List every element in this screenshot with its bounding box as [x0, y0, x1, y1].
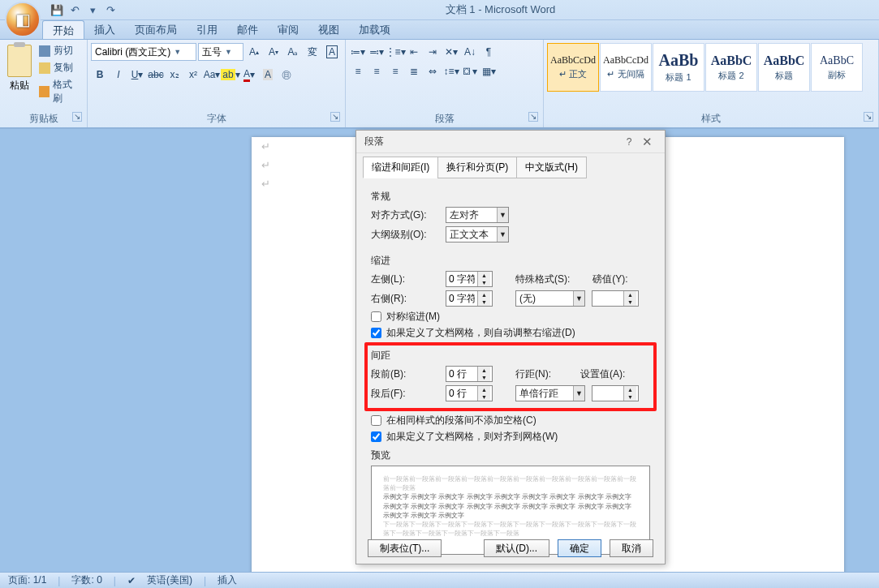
strike-button[interactable]: abc — [147, 66, 165, 84]
numbering-button[interactable]: ≕▾ — [368, 43, 386, 61]
ok-button[interactable]: 确定 — [558, 539, 601, 557]
tab-references[interactable]: 引用 — [187, 20, 227, 39]
spin-up-icon[interactable]: ▲ — [478, 386, 490, 393]
status-spellcheck-icon[interactable]: ✔ — [127, 575, 136, 586]
dlg-tab-indent[interactable]: 缩进和间距(I) — [363, 157, 438, 178]
font-color-button[interactable]: A▾ — [240, 66, 258, 84]
spin-down-icon[interactable]: ▼ — [478, 374, 490, 381]
style-gallery[interactable]: AaBbCcDd↵ 正文 AaBbCcDd↵ 无间隔 AaBb标题 1 AaBb… — [547, 43, 863, 92]
spin-up-icon[interactable]: ▲ — [478, 291, 490, 298]
before-input[interactable] — [446, 367, 477, 381]
style-no-spacing[interactable]: AaBbCcDd↵ 无间隔 — [600, 43, 652, 92]
align-center-button[interactable]: ≡ — [368, 62, 386, 80]
subscript-button[interactable]: x₂ — [166, 66, 183, 84]
clipboard-launcher-icon[interactable]: ↘ — [72, 112, 82, 122]
distribute-button[interactable]: ⇔ — [424, 62, 442, 80]
spin-up-icon[interactable]: ▲ — [624, 386, 636, 393]
undo-icon[interactable]: ↶ — [68, 3, 81, 16]
underline-button[interactable]: U▾ — [128, 66, 146, 84]
status-lang[interactable]: 英语(美国) — [147, 573, 192, 587]
indent-left-spin[interactable]: ▲▼ — [446, 271, 493, 287]
shrink-font-button[interactable]: A▾ — [265, 43, 282, 61]
decrease-indent-button[interactable]: ⇤ — [405, 43, 423, 61]
tab-review[interactable]: 审阅 — [268, 20, 308, 39]
sort-button[interactable]: A↓ — [461, 43, 479, 61]
borders-button[interactable]: ▦▾ — [480, 62, 498, 80]
status-page[interactable]: 页面: 1/1 — [8, 573, 46, 587]
auto-indent-grid-check[interactable] — [371, 328, 381, 338]
cut-button[interactable]: 剪切 — [37, 43, 84, 58]
at-input[interactable] — [592, 386, 623, 401]
tab-insert[interactable]: 插入 — [84, 20, 125, 39]
mirror-indent-check[interactable] — [371, 311, 381, 322]
dlg-tab-linebreak[interactable]: 换行和分页(P) — [437, 157, 517, 178]
tab-mailings[interactable]: 邮件 — [227, 20, 268, 39]
help-icon[interactable]: ? — [621, 136, 637, 148]
indent-right-spin[interactable]: ▲▼ — [446, 290, 493, 307]
no-space-same-style-check[interactable] — [371, 415, 381, 426]
char-border-button[interactable]: A — [323, 43, 341, 61]
shading-button[interactable]: ⛋▾ — [461, 62, 479, 80]
redo-icon[interactable]: ↷ — [104, 3, 117, 16]
tab-addins[interactable]: 加载项 — [349, 20, 400, 39]
clear-format-button[interactable]: Aₐ — [284, 43, 302, 61]
paste-button[interactable]: 粘贴 — [3, 43, 36, 94]
style-normal[interactable]: AaBbCcDd↵ 正文 — [547, 43, 599, 92]
font-launcher-icon[interactable]: ↘ — [330, 112, 340, 122]
align-left-button[interactable]: ≡ — [349, 62, 367, 80]
outline-combo[interactable]: 正文文本▼ — [446, 226, 509, 242]
before-spin[interactable]: ▲▼ — [446, 366, 493, 382]
bold-button[interactable]: B — [91, 66, 109, 84]
line-spacing-button[interactable]: ↕≡▾ — [442, 62, 460, 80]
office-button[interactable]: ◧ — [5, 2, 41, 37]
indent-left-input[interactable] — [446, 272, 477, 286]
close-icon[interactable]: ✕ — [637, 135, 657, 149]
status-mode[interactable]: 插入 — [218, 573, 237, 587]
tabs-button[interactable]: 制表位(T)... — [368, 539, 442, 557]
paragraph-launcher-icon[interactable]: ↘ — [528, 112, 538, 122]
by-spin[interactable]: ▲▼ — [592, 290, 639, 307]
style-heading1[interactable]: AaBb标题 1 — [653, 43, 704, 92]
style-heading2[interactable]: AaBbC标题 2 — [705, 43, 757, 92]
line-spacing-combo[interactable]: 单倍行距▼ — [515, 385, 585, 401]
styles-launcher-icon[interactable]: ↘ — [864, 112, 873, 122]
show-marks-button[interactable]: ¶ — [480, 43, 498, 61]
align-right-button[interactable]: ≡ — [386, 62, 404, 80]
multilevel-button[interactable]: ⋮≡▾ — [386, 43, 404, 61]
superscript-button[interactable]: x² — [184, 66, 202, 84]
asian-layout-button[interactable]: ✕▾ — [442, 43, 460, 61]
indent-right-input[interactable] — [446, 291, 477, 306]
status-words[interactable]: 字数: 0 — [71, 573, 101, 587]
bullets-button[interactable]: ≔▾ — [349, 43, 367, 61]
after-spin[interactable]: ▲▼ — [446, 385, 493, 401]
dlg-tab-asian[interactable]: 中文版式(H) — [516, 157, 587, 178]
at-spin[interactable]: ▲▼ — [592, 385, 639, 401]
spin-down-icon[interactable]: ▼ — [478, 279, 490, 286]
default-button[interactable]: 默认(D)... — [484, 539, 549, 557]
spin-down-icon[interactable]: ▼ — [624, 393, 636, 401]
grow-font-button[interactable]: A▴ — [245, 43, 263, 61]
align-combo[interactable]: 左对齐▼ — [446, 207, 509, 223]
tab-layout[interactable]: 页面布局 — [125, 20, 187, 39]
highlight-button[interactable]: ab▾ — [222, 66, 239, 84]
spin-down-icon[interactable]: ▼ — [624, 298, 636, 306]
format-painter-button[interactable]: 格式刷 — [37, 77, 84, 106]
after-input[interactable] — [446, 386, 477, 401]
copy-button[interactable]: 复制 — [37, 60, 84, 75]
increase-indent-button[interactable]: ⇥ — [424, 43, 442, 61]
spin-up-icon[interactable]: ▲ — [624, 291, 636, 298]
spin-down-icon[interactable]: ▼ — [478, 298, 490, 306]
spin-up-icon[interactable]: ▲ — [478, 272, 490, 279]
special-combo[interactable]: (无)▼ — [515, 290, 585, 307]
spin-up-icon[interactable]: ▲ — [478, 367, 490, 374]
style-subtitle[interactable]: AaBbC副标 — [811, 43, 863, 92]
align-justify-button[interactable]: ≣ — [405, 62, 423, 80]
tab-view[interactable]: 视图 — [308, 20, 349, 39]
tab-home[interactable]: 开始 — [42, 20, 84, 39]
change-case-button[interactable]: Aa▾ — [203, 66, 221, 84]
spin-down-icon[interactable]: ▼ — [478, 393, 490, 401]
font-size-combo[interactable]: 五号▼ — [198, 43, 243, 61]
snap-grid-check[interactable] — [371, 431, 381, 442]
italic-button[interactable]: I — [110, 66, 127, 84]
style-title[interactable]: AaBbC标题 — [758, 43, 810, 92]
